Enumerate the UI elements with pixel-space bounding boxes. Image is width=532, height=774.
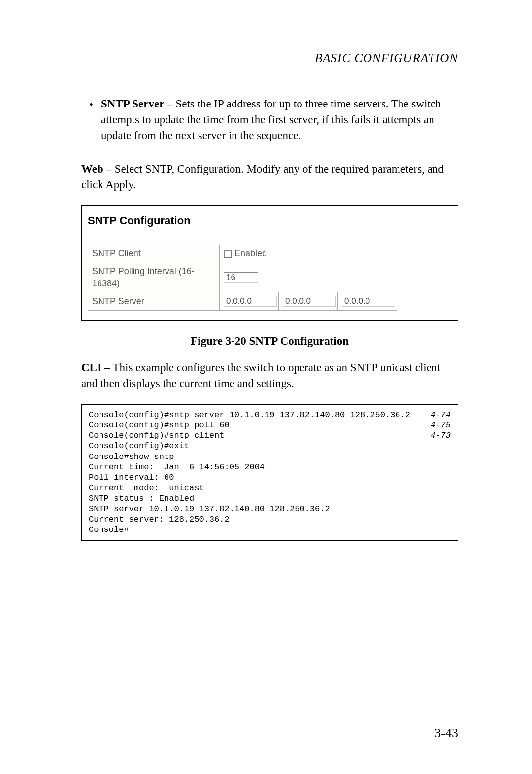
cli-line: Poll interval: 60 [89, 472, 451, 483]
cli-text: SNTP server 10.1.0.19 137.82.140.80 128.… [89, 504, 330, 514]
server-1-input[interactable] [224, 296, 277, 307]
web-lead: Web [81, 163, 103, 175]
page-number: 3-43 [434, 724, 458, 742]
cli-text: Console# [89, 525, 129, 535]
cell-polling-interval [220, 263, 397, 292]
cli-line: Console#show sntp [89, 452, 451, 462]
bullet-body: SNTP Server – Sets the IP address for up… [101, 96, 458, 144]
cli-rest: – This example configures the switch to … [81, 361, 440, 389]
panel-divider [88, 232, 452, 232]
cli-text: Console(config)#sntp poll 60 [89, 420, 230, 430]
cli-line: Current server: 128.250.36.2 [89, 514, 451, 525]
figure-caption: Figure 3-20 SNTP Configuration [81, 333, 458, 349]
row-polling-interval: SNTP Polling Interval (16-16384) [88, 263, 397, 292]
panel-title: SNTP Configuration [88, 211, 452, 232]
cli-line: Console(config)#sntp server 10.1.0.19 13… [89, 410, 451, 420]
bullet-sntp-server: • SNTP Server – Sets the IP address for … [81, 96, 458, 144]
cell-server-3 [338, 292, 397, 311]
server-2-input[interactable] [283, 296, 336, 307]
row-sntp-client: SNTP Client Enabled [88, 245, 397, 263]
cli-ref: 4-73 [421, 430, 451, 441]
cli-line: SNTP status : Enabled [89, 493, 451, 504]
server-3-input[interactable] [342, 296, 395, 307]
cell-server-1 [220, 292, 279, 311]
cli-text: Console(config)#sntp server 10.1.0.19 13… [89, 410, 410, 420]
cli-text: Console(config)#exit [89, 441, 189, 451]
label-sntp-server: SNTP Server [88, 292, 220, 311]
cli-line: Console(config)#sntp client4-73 [89, 430, 451, 441]
cell-server-2 [279, 292, 338, 311]
cli-paragraph: CLI – This example configures the switch… [81, 360, 458, 391]
cli-line: Console(config)#exit [89, 441, 451, 451]
bullet-term: SNTP Server [101, 98, 164, 110]
cli-text: Current server: 128.250.36.2 [89, 514, 230, 525]
cli-line: SNTP server 10.1.0.19 137.82.140.80 128.… [89, 504, 451, 514]
cli-line: Console# [89, 525, 451, 535]
cli-text: SNTP status : Enabled [89, 493, 194, 504]
web-paragraph: Web – Select SNTP, Configuration. Modify… [81, 161, 458, 193]
cli-text: Current mode: unicast [89, 483, 204, 493]
config-table: SNTP Client Enabled SNTP Polling Interva… [88, 245, 397, 311]
bullet-marker: • [81, 96, 101, 144]
cli-text: Console#show sntp [89, 452, 174, 462]
cli-output-box: Console(config)#sntp server 10.1.0.19 13… [81, 404, 458, 541]
sntp-config-panel: SNTP Configuration SNTP Client Enabled S… [81, 205, 458, 321]
row-sntp-server: SNTP Server [88, 292, 397, 311]
enabled-label: Enabled [234, 248, 267, 258]
cli-line: Current mode: unicast [89, 483, 451, 493]
cell-sntp-client-enabled: Enabled [220, 245, 397, 263]
cli-text: Current time: Jan 6 14:56:05 2004 [89, 462, 265, 472]
label-polling-interval: SNTP Polling Interval (16-16384) [88, 263, 220, 292]
cli-text: Poll interval: 60 [89, 472, 174, 483]
cli-text: Console(config)#sntp client [89, 430, 224, 441]
label-sntp-client: SNTP Client [88, 245, 220, 263]
running-header: BASIC CONFIGURATION [81, 49, 458, 67]
cli-ref: 4-75 [421, 420, 451, 430]
cli-ref: 4-74 [421, 410, 451, 420]
cli-line: Console(config)#sntp poll 604-75 [89, 420, 451, 430]
bullet-separator: – [164, 98, 175, 110]
polling-interval-input[interactable] [224, 272, 258, 283]
cli-lead: CLI [81, 361, 101, 374]
page: BASIC CONFIGURATION • SNTP Server – Sets… [0, 0, 532, 774]
enabled-checkbox[interactable] [224, 250, 232, 258]
cli-line: Current time: Jan 6 14:56:05 2004 [89, 462, 451, 472]
web-rest: – Select SNTP, Configuration. Modify any… [81, 163, 444, 191]
